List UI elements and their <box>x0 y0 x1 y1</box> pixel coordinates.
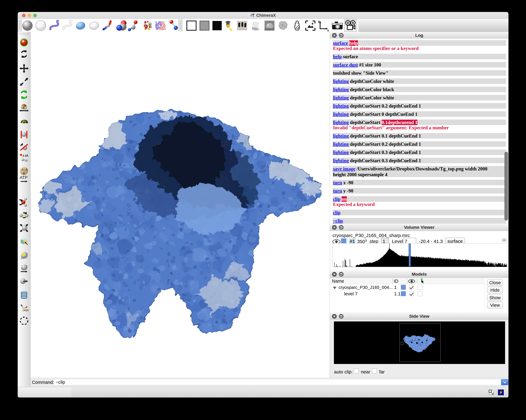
svg-text:y: y <box>318 20 320 23</box>
svg-text:ASN: ASN <box>24 309 29 312</box>
svg-text:8: 8 <box>23 171 25 175</box>
svg-text:2.3Å: 2.3Å <box>23 154 28 157</box>
svg-text:ATP: ATP <box>20 175 28 180</box>
svg-text:x: x <box>327 29 329 31</box>
svg-text:ALA: ALA <box>21 168 28 171</box>
